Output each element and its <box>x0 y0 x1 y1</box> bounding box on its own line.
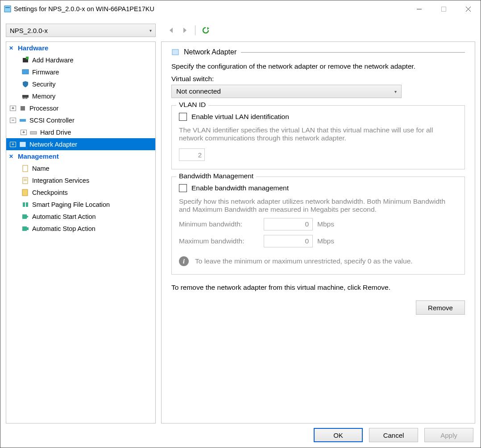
close-button[interactable] <box>456 0 481 17</box>
svg-rect-24 <box>22 189 28 196</box>
vlan-legend: VLAN ID <box>176 101 208 109</box>
document-icon <box>21 164 29 173</box>
tree-item-network-adapter[interactable]: + Network Adapter <box>6 138 155 150</box>
tree-item-label: SCSI Controller <box>29 117 75 124</box>
controller-icon <box>19 116 27 124</box>
vm-selector-dropdown[interactable]: NPS_2.0.0-x ▾ <box>6 24 156 37</box>
expand-icon[interactable]: + <box>21 130 27 135</box>
collapse-icon[interactable]: − <box>10 118 16 123</box>
title-bar: Settings for NPS_2.0.0-x on WIN-66PA1PE1… <box>0 0 481 17</box>
expand-icon[interactable]: + <box>10 106 16 111</box>
window-icon <box>4 5 11 12</box>
svg-rect-3 <box>442 7 446 11</box>
bandwidth-enable-checkbox[interactable] <box>179 184 187 192</box>
svg-rect-15 <box>26 98 27 99</box>
bandwidth-checkbox-label: Enable bandwidth management <box>191 184 289 192</box>
vm-selector-value: NPS_2.0.0-x <box>10 27 48 34</box>
tree-item-scsi-controller[interactable]: − SCSI Controller <box>6 114 155 126</box>
svg-rect-27 <box>22 214 27 219</box>
svg-rect-16 <box>21 106 25 111</box>
tree-item-firmware[interactable]: Firmware <box>6 66 155 78</box>
min-bandwidth-input[interactable]: 0 <box>264 218 313 230</box>
tree-item-hard-drive[interactable]: + Hard Drive <box>6 126 155 138</box>
heading-rule <box>241 52 465 53</box>
panel-description: Specify the configuration of the network… <box>171 62 465 70</box>
ok-button[interactable]: OK <box>314 428 363 442</box>
tree-item-checkpoints[interactable]: Checkpoints <box>6 186 155 198</box>
svg-rect-20 <box>23 165 28 172</box>
tree-item-label: Processor <box>29 105 58 112</box>
tree-item-label: Checkpoints <box>32 189 68 196</box>
tree-item-label: Automatic Start Action <box>32 213 96 220</box>
chevron-down-icon: ▾ <box>149 28 152 33</box>
svg-rect-17 <box>20 119 26 122</box>
tree-item-label: Name <box>32 165 50 172</box>
tree-item-smart-paging[interactable]: Smart Paging File Location <box>6 198 155 210</box>
svg-rect-25 <box>23 202 25 207</box>
vlan-enable-checkbox[interactable] <box>179 113 187 121</box>
svg-rect-26 <box>26 202 28 207</box>
window-title: Settings for NPS_2.0.0-x on WIN-66PA1PE1… <box>14 5 154 12</box>
nav-back-button[interactable] <box>166 25 177 36</box>
tree-item-label: Security <box>32 81 55 88</box>
tree-item-memory[interactable]: Memory <box>6 90 155 102</box>
tree-header-label: Hardware <box>18 44 48 52</box>
memory-icon <box>21 92 29 100</box>
cancel-button[interactable]: Cancel <box>369 428 418 442</box>
svg-rect-11 <box>22 70 29 74</box>
expand-icon[interactable]: + <box>10 142 16 147</box>
tree-item-label: Firmware <box>32 69 59 76</box>
settings-tree[interactable]: ✕ Hardware Add Hardware Firmware Securi <box>6 41 156 423</box>
tree-item-label: Smart Paging File Location <box>32 201 110 208</box>
remove-button[interactable]: Remove <box>416 300 465 315</box>
virtual-switch-dropdown[interactable]: Not connected ▾ <box>171 85 402 98</box>
vlan-description: The VLAN identifier specifies the virtua… <box>179 126 457 142</box>
tree-item-auto-stop[interactable]: Automatic Stop Action <box>6 222 155 234</box>
tree-item-auto-start[interactable]: Automatic Start Action <box>6 210 155 222</box>
nav-forward-button[interactable] <box>179 25 191 36</box>
svg-rect-19 <box>20 142 25 147</box>
bandwidth-description: Specify how this network adapter utilize… <box>179 197 457 214</box>
cpu-icon <box>19 104 27 112</box>
play-icon <box>21 213 29 221</box>
svg-rect-12 <box>22 95 29 98</box>
tree-item-label: Network Adapter <box>29 141 77 148</box>
svg-rect-29 <box>22 226 27 231</box>
list-icon <box>21 177 29 185</box>
max-bandwidth-input[interactable]: 0 <box>264 235 313 247</box>
tree-item-integration-services[interactable]: Integration Services <box>6 174 155 186</box>
svg-rect-18 <box>30 132 37 134</box>
apply-button[interactable]: Apply <box>424 428 473 442</box>
svg-rect-31 <box>172 49 178 55</box>
virtual-switch-value: Not connected <box>176 87 221 95</box>
tree-header-management[interactable]: ✕ Management <box>6 150 155 162</box>
refresh-button[interactable] <box>200 25 211 36</box>
svg-rect-10 <box>26 57 29 59</box>
bandwidth-unit: Mbps <box>317 237 334 245</box>
svg-marker-7 <box>183 28 187 33</box>
vlan-id-input[interactable]: 2 <box>179 148 205 161</box>
tree-item-label: Automatic Stop Action <box>32 225 95 232</box>
maximize-button[interactable] <box>431 0 456 17</box>
svg-rect-0 <box>4 6 11 12</box>
svg-marker-8 <box>207 27 209 30</box>
tree-item-processor[interactable]: + Processor <box>6 102 155 114</box>
chevron-up-icon: ✕ <box>9 45 13 51</box>
tree-header-hardware[interactable]: ✕ Hardware <box>6 42 155 54</box>
tree-item-security[interactable]: Security <box>6 78 155 90</box>
shield-icon <box>21 80 29 88</box>
panel-heading: Network Adapter <box>184 48 236 56</box>
tree-item-label: Integration Services <box>32 177 89 184</box>
checkpoint-icon <box>21 189 29 197</box>
vswitch-label: Virtual switch: <box>171 75 465 83</box>
bandwidth-group: Bandwidth Management Enable bandwidth ma… <box>171 177 465 275</box>
network-adapter-icon <box>19 140 27 148</box>
chevron-up-icon: ✕ <box>9 153 13 160</box>
tree-item-label: Add Hardware <box>32 57 74 64</box>
chevron-down-icon: ▾ <box>394 89 397 94</box>
minimize-button[interactable] <box>407 0 431 17</box>
vlan-checkbox-label: Enable virtual LAN identification <box>191 113 289 121</box>
tree-item-name[interactable]: Name <box>6 162 155 174</box>
tree-item-add-hardware[interactable]: Add Hardware <box>6 54 155 66</box>
remove-description: To remove the network adapter from this … <box>171 284 465 292</box>
